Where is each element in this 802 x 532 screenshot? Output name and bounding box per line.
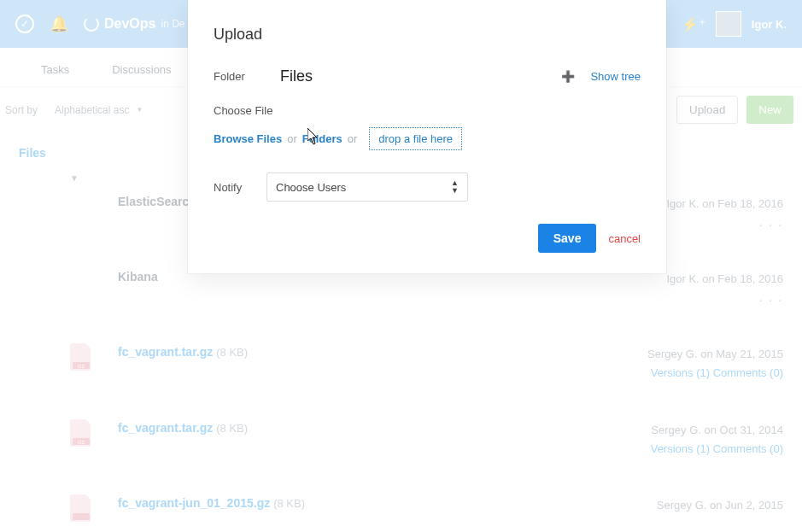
sort-label: Sort by bbox=[5, 104, 38, 116]
show-tree-link[interactable]: Show tree bbox=[590, 70, 641, 83]
upload-button[interactable]: Upload bbox=[676, 96, 738, 124]
user-name[interactable]: Igor K. bbox=[752, 18, 787, 31]
versions-link[interactable]: Versions (1) Comments (0) bbox=[651, 366, 783, 379]
project-name[interactable]: DevOps bbox=[104, 16, 155, 32]
browse-folders-link[interactable]: Folders bbox=[302, 132, 342, 145]
loading-icon bbox=[84, 16, 99, 32]
cancel-link[interactable]: cancel bbox=[608, 232, 641, 245]
list-item[interactable]: GZ fc_vagrant.tar.gz(8 KB) Sergey G. on … bbox=[19, 409, 783, 484]
project-context: in De bbox=[161, 18, 184, 30]
upload-modal: Upload Folder Files ➕ Show tree Choose F… bbox=[188, 0, 666, 273]
or-text: or bbox=[348, 132, 358, 145]
svg-rect-4 bbox=[73, 513, 90, 520]
sort-value: Alphabetical asc bbox=[55, 104, 129, 116]
drop-zone[interactable]: drop a file here bbox=[369, 127, 462, 150]
folder-name: Kibana bbox=[118, 270, 158, 284]
choose-file-label: Choose File bbox=[214, 104, 641, 117]
item-meta: Sergey G. on Jun 2, 2015 bbox=[657, 499, 783, 512]
browse-files-link[interactable]: Browse Files bbox=[214, 132, 282, 145]
item-meta: Sergey G. on May 21, 2015 bbox=[647, 348, 783, 360]
file-name[interactable]: fc_vagrant.tar.gz bbox=[118, 421, 213, 435]
svg-text:GZ: GZ bbox=[78, 439, 85, 444]
folder-label: Folder bbox=[214, 70, 265, 83]
file-size: (8 KB) bbox=[216, 346, 248, 359]
tab-discussions[interactable]: Discussions bbox=[112, 63, 171, 76]
new-button[interactable]: New bbox=[746, 96, 793, 124]
item-meta: Igor K. on Feb 18, 2016 bbox=[666, 197, 783, 210]
chevron-down-icon: ▼ bbox=[136, 106, 143, 114]
bolt-icon[interactable]: ⚡⁺ bbox=[682, 16, 705, 32]
notify-placeholder: Choose Users bbox=[276, 181, 346, 194]
versions-link[interactable]: Versions (1) Comments (0) bbox=[651, 442, 783, 455]
file-archive-icon bbox=[70, 494, 92, 522]
notify-label: Notify bbox=[214, 181, 265, 194]
notify-select[interactable]: Choose Users ▲▼ bbox=[266, 172, 468, 202]
item-meta: Igor K. on Feb 18, 2016 bbox=[666, 272, 783, 285]
more-icon[interactable]: . . . bbox=[759, 291, 783, 304]
svg-text:GZ: GZ bbox=[78, 364, 85, 369]
file-archive-icon: GZ bbox=[70, 419, 92, 447]
modal-title: Upload bbox=[214, 26, 641, 44]
folder-name: ElasticSearch bbox=[118, 195, 196, 208]
check-icon[interactable]: ✓ bbox=[15, 15, 34, 33]
item-meta: Sergey G. on Oct 31, 2014 bbox=[651, 424, 783, 436]
select-caret-icon: ▲▼ bbox=[451, 179, 459, 195]
tab-tasks[interactable]: Tasks bbox=[41, 63, 69, 76]
avatar[interactable] bbox=[716, 11, 741, 37]
file-size: (8 KB) bbox=[216, 422, 248, 435]
or-text: or bbox=[287, 132, 297, 145]
file-size: (8 KB) bbox=[273, 497, 305, 510]
list-item[interactable]: GZ fc_vagrant.tar.gz(8 KB) Sergey G. on … bbox=[19, 333, 783, 408]
save-button[interactable]: Save bbox=[538, 224, 597, 253]
file-name[interactable]: fc_vagrant.tar.gz bbox=[118, 345, 213, 359]
plus-icon[interactable]: ➕ bbox=[561, 70, 575, 83]
more-icon[interactable]: . . . bbox=[759, 216, 783, 229]
folder-value: Files bbox=[280, 67, 313, 85]
bell-icon[interactable]: 🔔 bbox=[50, 15, 68, 33]
file-name[interactable]: fc_vagrant-jun_01_2015.gz bbox=[118, 496, 270, 510]
list-item[interactable]: fc_vagrant-jun_01_2015.gz(8 KB) Sergey G… bbox=[19, 484, 783, 515]
file-archive-icon: GZ bbox=[70, 343, 92, 371]
sort-select[interactable]: Alphabetical asc ▼ bbox=[55, 104, 143, 116]
